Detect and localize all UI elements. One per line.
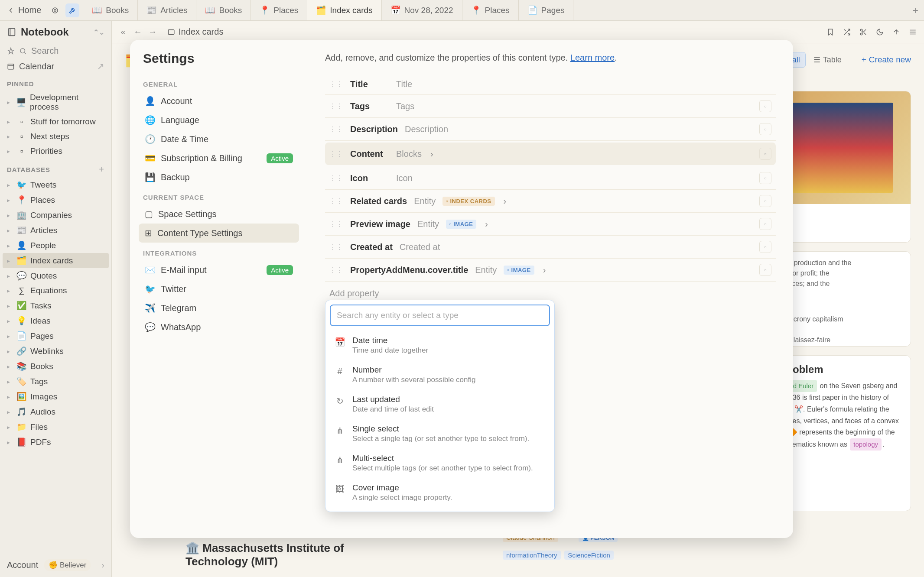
delete-property-button[interactable]: ▫ (759, 148, 771, 160)
history-back-all-button[interactable]: « (117, 26, 129, 38)
database-item-audios[interactable]: ▸🎵Audios (0, 404, 111, 419)
database-item-pdfs[interactable]: ▸📕PDFs (0, 434, 111, 450)
tab-places[interactable]: 📍Places (462, 0, 519, 20)
search-row[interactable]: Search (0, 43, 111, 58)
pinned-item[interactable]: ▸🖥️Development process (0, 90, 111, 114)
tab-nov-28,-2022[interactable]: 📅Nov 28, 2022 (382, 0, 462, 20)
collapse-icon[interactable] (890, 26, 902, 38)
chevron-right-icon[interactable]: › (543, 265, 546, 275)
drag-handle-icon[interactable]: ⋮⋮ (329, 125, 343, 133)
add-database-button[interactable]: + (99, 165, 104, 175)
database-item-weblinks[interactable]: ▸🔗Weblinks (0, 344, 111, 359)
settings-item-twitter[interactable]: 🐦Twitter (139, 279, 299, 298)
tab-pages[interactable]: 📄Pages (519, 0, 574, 20)
delete-property-button[interactable]: ▫ (759, 241, 771, 253)
database-item-tweets[interactable]: ▸🐦Tweets (0, 177, 111, 192)
database-item-equations[interactable]: ▸∑Equations (0, 283, 111, 298)
database-item-places[interactable]: ▸📍Places (0, 192, 111, 207)
believer-badge[interactable]: ✊ Believer (44, 559, 91, 571)
drag-handle-icon[interactable]: ⋮⋮ (329, 80, 343, 88)
learn-more-link[interactable]: Learn more (570, 53, 615, 62)
database-item-ideas[interactable]: ▸💡Ideas (0, 313, 111, 328)
drag-handle-icon[interactable]: ⋮⋮ (329, 243, 343, 251)
database-item-tags[interactable]: ▸🏷️Tags (0, 374, 111, 389)
delete-property-button[interactable]: ▫ (759, 123, 771, 135)
settings-item-subscription-billing[interactable]: 💳Subscription & BillingActive (139, 149, 299, 168)
delete-property-button[interactable]: ▫ (759, 218, 771, 230)
pinned-item[interactable]: ▸▫Next steps (0, 129, 111, 144)
drag-handle-icon[interactable]: ⋮⋮ (329, 266, 343, 274)
database-item-images[interactable]: ▸🖼️Images (0, 389, 111, 404)
sidebar-footer[interactable]: Account ✊ Believer › (0, 553, 111, 577)
property-row-propertyaddmenu-cover-title[interactable]: ⋮⋮ PropertyAddMenu.cover.title Entity▫ I… (325, 259, 776, 282)
database-item-quotes[interactable]: ▸💬Quotes (0, 268, 111, 283)
tab-index-cards[interactable]: 🗂️Index cards (307, 0, 381, 20)
add-tab-button[interactable]: + (907, 4, 924, 16)
workspace-header[interactable]: Notebook ⌃⌄ (0, 21, 111, 43)
drag-handle-icon[interactable]: ⋮⋮ (329, 150, 343, 158)
settings-item-date-time[interactable]: 🕐Date & Time (139, 130, 299, 149)
dropdown-item-multi-select[interactable]: ⋔ Multi-select Select multiple tags (or … (330, 448, 550, 478)
delete-property-button[interactable]: ▫ (759, 100, 771, 112)
property-row-icon[interactable]: ⋮⋮ Icon Icon▫ (325, 167, 776, 190)
dropdown-item-last-updated[interactable]: ↻ Last updated Date and time of last edi… (330, 389, 550, 419)
property-row-related-cards[interactable]: ⋮⋮ Related cards Entity▫ INDEX CARDS›▫ (325, 190, 776, 213)
tab-books[interactable]: 📖Books (83, 0, 138, 20)
pin-icon-button[interactable] (48, 3, 62, 17)
property-row-created-at[interactable]: ⋮⋮ Created at Created at▫ (325, 236, 776, 259)
drag-handle-icon[interactable]: ⋮⋮ (329, 197, 343, 205)
dropdown-search-input[interactable] (330, 305, 550, 326)
property-row-content[interactable]: ⋮⋮ Content Blocks›▫ (325, 143, 776, 165)
history-forward-button[interactable]: → (146, 26, 159, 38)
property-row-description[interactable]: ⋮⋮ Description Description▫ (325, 118, 776, 141)
tab-places[interactable]: 📍Places (251, 0, 307, 20)
database-item-index-cards[interactable]: ▸🗂️Index cards (3, 253, 109, 268)
database-item-pages[interactable]: ▸📄Pages (0, 328, 111, 344)
settings-item-telegram[interactable]: ✈️Telegram (139, 298, 299, 318)
property-row-tags[interactable]: ⋮⋮ Tags Tags▫ (325, 95, 776, 118)
menu-icon[interactable] (907, 26, 919, 38)
database-item-tasks[interactable]: ▸✅Tasks (0, 298, 111, 313)
tab-books[interactable]: 📖Books (196, 0, 251, 20)
dropdown-item-cover-image[interactable]: 🖼 Cover image A single select image prop… (330, 478, 550, 507)
expand-icon[interactable]: ⌃⌄ (93, 28, 104, 36)
shuffle-icon[interactable] (841, 26, 853, 38)
database-item-people[interactable]: ▸👤People (0, 238, 111, 253)
settings-item-backup[interactable]: 💾Backup (139, 168, 299, 187)
create-new-button[interactable]: + Create new (862, 55, 911, 65)
tab-articles[interactable]: 📰Articles (138, 0, 196, 20)
account-link[interactable]: Account (7, 560, 38, 570)
wrench-icon-button[interactable] (65, 3, 79, 17)
settings-item-account[interactable]: 👤Account (139, 91, 299, 110)
drag-handle-icon[interactable]: ⋮⋮ (329, 174, 343, 182)
property-row-preview-image[interactable]: ⋮⋮ Preview image Entity▫ IMAGE›▫ (325, 213, 776, 236)
database-item-books[interactable]: ▸📚Books (0, 359, 111, 374)
history-back-button[interactable]: ← (132, 26, 144, 38)
dropdown-item-single-select[interactable]: ⋔ Single select Select a single tag (or … (330, 419, 550, 448)
dropdown-item-date-time[interactable]: 📅 Date time Time and date together (330, 331, 550, 360)
settings-item-language[interactable]: 🌐Language (139, 110, 299, 130)
breadcrumb[interactable]: Index cards (167, 27, 223, 37)
settings-item-e-mail-input[interactable]: ✉️E-Mail inputActive (139, 260, 299, 279)
drag-handle-icon[interactable]: ⋮⋮ (329, 102, 343, 110)
chevron-right-icon[interactable]: › (485, 219, 488, 229)
property-row-title[interactable]: ⋮⋮ Title Title (325, 74, 776, 95)
delete-property-button[interactable]: ▫ (759, 172, 771, 184)
home-button[interactable]: Home (0, 5, 48, 15)
view-tab-table[interactable]: ☰Table (808, 52, 847, 67)
delete-property-button[interactable]: ▫ (759, 195, 771, 207)
pinned-item[interactable]: ▸▫Stuff for tomorrow (0, 114, 111, 129)
database-item-companies[interactable]: ▸🏢Companies (0, 207, 111, 223)
pinned-item[interactable]: ▸▫Priorities (0, 144, 111, 159)
chevron-right-icon[interactable]: › (430, 149, 433, 159)
database-item-files[interactable]: ▸📁Files (0, 419, 111, 434)
scissors-icon[interactable] (857, 26, 869, 38)
mit-title[interactable]: 🏛️ Massachusetts Institute of Technology… (185, 541, 359, 568)
chevron-right-icon[interactable]: › (504, 196, 507, 206)
dropdown-item-number[interactable]: # Number A number with several possible … (330, 360, 550, 389)
settings-item-content-type-settings[interactable]: ⊞Content Type Settings (139, 224, 299, 243)
settings-item-space-settings[interactable]: ▢Space Settings (139, 204, 299, 224)
moon-icon[interactable] (874, 26, 886, 38)
calendar-row[interactable]: Calendar ↗ (0, 58, 111, 74)
bookmark-icon[interactable] (824, 26, 836, 38)
